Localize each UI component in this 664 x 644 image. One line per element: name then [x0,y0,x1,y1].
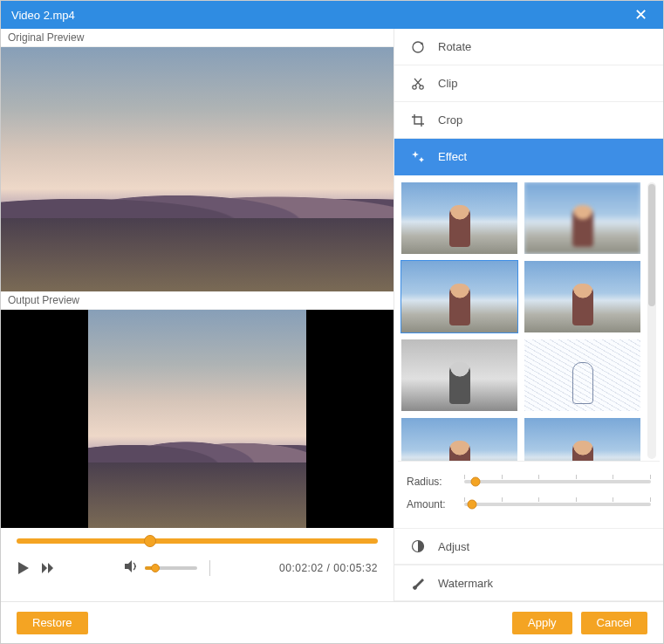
playback-time: 00:02:02 / 00:05:32 [279,562,378,574]
playback-controls: 00:02:02 / 00:05:32 [1,528,394,583]
effect-thumbnail[interactable] [524,418,640,461]
tab-watermark[interactable]: Watermark [394,565,663,601]
tab-label: Effect [438,150,467,163]
original-preview-label: Original Preview [1,29,394,47]
effect-thumbnails [398,181,642,461]
effect-thumbnail[interactable] [524,261,640,332]
svg-point-4 [134,565,136,567]
svg-marker-12 [419,157,424,162]
svg-point-8 [420,85,423,88]
amount-label: Amount: [407,498,455,510]
svg-line-10 [414,79,421,86]
volume-group [124,559,210,576]
svg-marker-2 [48,563,53,573]
video-editor-window: Video 2.mp4 ✕ Original Preview Output Pr… [0,0,664,644]
tab-rotate[interactable]: Rotate [394,29,663,65]
scissors-icon [410,76,426,92]
lower-tabs: Adjust Watermark [394,528,663,601]
right-pane: Rotate Clip Crop [394,29,663,601]
effect-scrollbar[interactable] [647,182,656,459]
output-preview-label: Output Preview [1,291,394,310]
amount-thumb[interactable] [467,500,476,510]
tab-label: Adjust [438,540,469,553]
svg-marker-11 [412,151,419,158]
radius-label: Radius: [407,476,455,488]
close-icon[interactable]: ✕ [629,5,653,24]
sparkle-icon [410,149,426,165]
seek-slider[interactable] [17,538,378,544]
tab-label: Clip [438,77,457,90]
tab-label: Crop [438,113,462,127]
contrast-icon [410,538,426,554]
effect-panel: Radius: Amount: [394,175,663,528]
effect-thumbnail[interactable] [524,339,640,411]
brush-icon [410,575,426,591]
left-pane: Original Preview Output Preview [1,29,394,601]
seek-thumb[interactable] [144,535,156,547]
tab-clip[interactable]: Clip [394,65,663,102]
effect-thumbnail[interactable] [401,418,517,461]
radius-slider[interactable] [464,480,651,483]
upper-tabs: Rotate Clip Crop [394,29,663,175]
apply-button[interactable]: Apply [512,612,572,634]
footer: Restore Apply Cancel [1,601,663,643]
radius-thumb[interactable] [470,477,480,487]
svg-line-9 [415,79,421,86]
window-title: Video 2.mp4 [11,9,75,22]
tab-label: Rotate [438,40,471,53]
volume-icon[interactable] [124,559,140,576]
tab-effect[interactable]: Effect [394,139,663,175]
crop-icon [410,113,426,128]
step-forward-button[interactable] [41,561,55,575]
scrollbar-thumb[interactable] [648,184,655,306]
original-preview [1,47,394,291]
amount-slider[interactable] [464,503,651,506]
tab-adjust[interactable]: Adjust [394,528,663,565]
svg-marker-3 [125,560,132,572]
play-button[interactable] [17,561,31,575]
volume-slider[interactable] [145,566,197,570]
titlebar: Video 2.mp4 ✕ [1,1,663,29]
svg-marker-0 [18,562,29,574]
svg-point-7 [413,85,416,88]
effect-thumbnail[interactable] [401,339,517,411]
effect-thumbnail[interactable] [401,182,517,254]
tab-label: Watermark [438,577,493,590]
effect-thumbnail[interactable] [524,182,640,254]
tab-crop[interactable]: Crop [394,102,663,139]
effect-thumbnail[interactable] [401,261,517,332]
volume-thumb[interactable] [151,564,160,572]
cancel-button[interactable]: Cancel [581,612,647,634]
body: Original Preview Output Preview [1,29,663,601]
svg-marker-1 [42,563,47,573]
divider [209,560,210,576]
rotate-icon [410,39,426,55]
restore-button[interactable]: Restore [17,612,88,634]
total-time: 00:05:32 [333,562,378,574]
effect-sliders: Radius: Amount: [398,461,660,528]
output-preview [1,310,394,528]
current-time: 00:02:02 [279,562,324,574]
